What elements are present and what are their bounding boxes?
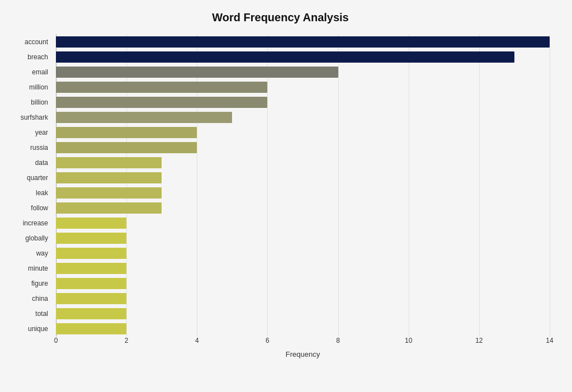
bar-row [56, 155, 550, 170]
y-label: russia [30, 140, 51, 155]
bar-row [56, 261, 550, 276]
grid-line [550, 34, 550, 337]
y-label: email [32, 64, 51, 79]
y-label: total [35, 306, 51, 322]
bar [56, 142, 197, 153]
x-tick: 6 [266, 337, 270, 344]
bar [56, 36, 550, 48]
chart-container: Word Frequency Analysis accountbreachema… [0, 0, 572, 392]
y-label: million [29, 79, 51, 95]
x-tick: 8 [336, 337, 340, 344]
y-label: data [35, 155, 51, 170]
x-tick: 0 [54, 337, 58, 344]
bar [56, 172, 162, 183]
chart-area: accountbreachemailmillionbillionsurfshar… [11, 34, 550, 337]
bar-row [56, 49, 550, 64]
bar-row [56, 185, 550, 200]
bar-row [56, 140, 550, 155]
bar-row [56, 216, 550, 231]
bar-row [56, 79, 550, 95]
chart-title: Word Frequency Analysis [11, 11, 550, 24]
y-label: leak [36, 185, 51, 200]
bar [56, 127, 197, 138]
y-labels: accountbreachemailmillionbillionsurfshar… [11, 34, 56, 337]
x-axis-label: Frequency [56, 350, 550, 358]
x-axis-area: 02468101214 Frequency [56, 337, 550, 359]
y-label: unique [28, 322, 51, 337]
bar-row [56, 110, 550, 125]
bar-row [56, 64, 550, 79]
bar-row [56, 170, 550, 185]
y-label: year [35, 125, 51, 140]
bar [56, 97, 267, 108]
bar [56, 51, 514, 63]
x-tick: 12 [475, 337, 483, 344]
bar-row [56, 322, 550, 337]
bar [56, 218, 126, 229]
x-tick: 4 [195, 337, 199, 344]
bar-row [56, 125, 550, 140]
y-label: globally [25, 231, 51, 246]
bar [56, 263, 126, 274]
x-tick: 14 [546, 337, 553, 344]
bar [56, 308, 126, 319]
y-label: way [36, 246, 51, 261]
bar [56, 202, 162, 214]
x-tick: 10 [405, 337, 412, 344]
bar [56, 157, 162, 168]
y-label: breach [27, 49, 51, 64]
y-label: china [32, 291, 51, 306]
y-label: account [25, 34, 51, 49]
y-label: surfshark [21, 110, 51, 125]
bar [56, 67, 338, 78]
y-label: quarter [27, 170, 51, 185]
bar [56, 112, 232, 123]
x-tick: 2 [125, 337, 129, 344]
bar-row [56, 276, 550, 291]
bar [56, 187, 162, 199]
bar [56, 323, 126, 334]
y-label: follow [31, 201, 51, 216]
bar [56, 82, 267, 93]
bar-row [56, 95, 550, 110]
y-label: figure [31, 276, 51, 291]
bar-row [56, 34, 550, 49]
bar [56, 248, 126, 259]
bar-row [56, 246, 550, 261]
bar-row [56, 291, 550, 306]
bar-row [56, 201, 550, 216]
bar [56, 293, 126, 304]
y-label: minute [28, 261, 51, 276]
bars-and-grid [56, 34, 550, 337]
bar [56, 278, 126, 289]
bar-row [56, 306, 550, 322]
bar [56, 233, 126, 244]
y-label: billion [31, 95, 51, 110]
bar-row [56, 231, 550, 246]
y-label: increase [23, 216, 51, 231]
